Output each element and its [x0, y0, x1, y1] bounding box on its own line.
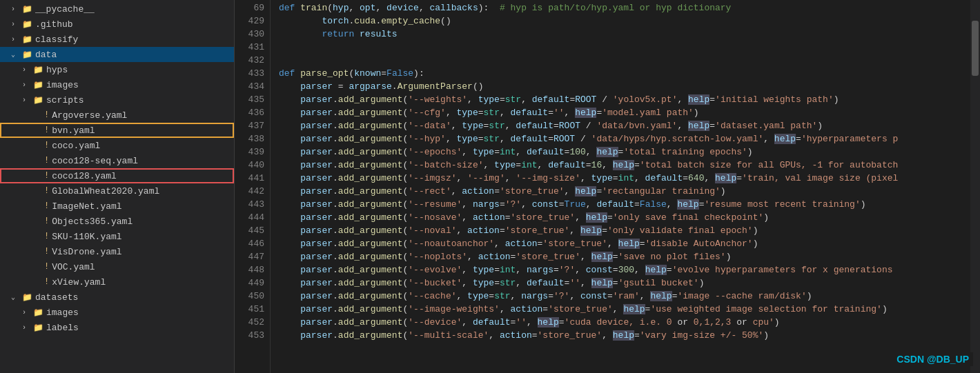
sidebar-item-classify[interactable]: 📁 classify	[0, 32, 234, 47]
code-line: parser.add_argument('--cfg', type=str, d…	[279, 106, 970, 119]
code-line: parser = argparse.ArgumentParser()	[279, 80, 970, 93]
folder-icon: 📁	[33, 95, 43, 105]
folder-icon: 📁	[33, 80, 43, 90]
yaml-icon: !	[44, 110, 49, 120]
code-line: parser.add_argument('--data', type=str, …	[279, 119, 970, 132]
yaml-icon: !	[44, 125, 49, 135]
sidebar-item-ds-images[interactable]: 📁 images	[0, 305, 234, 320]
sidebar-item-coco[interactable]: ! coco.yaml	[0, 138, 234, 153]
yaml-icon: !	[44, 232, 49, 241]
sidebar-item-label: bvn.yaml	[52, 125, 95, 136]
code-line: parser.add_argument('--hyp', type=str, d…	[279, 132, 970, 145]
code-line: parser.add_argument('--image-weights', a…	[279, 303, 970, 316]
code-line: parser.add_argument('--epochs', type=int…	[279, 145, 970, 159]
sidebar-item-label: VisDrone.yaml	[52, 247, 121, 257]
yaml-icon: !	[44, 171, 49, 181]
sidebar-item-data[interactable]: 📁 data	[0, 47, 234, 62]
arrow-icon	[11, 293, 22, 301]
code-line: parser.add_argument('--imgsz', '--img', …	[279, 172, 970, 185]
sidebar-item-label: coco128.yaml	[52, 171, 117, 181]
folder-icon: 📁	[33, 65, 43, 75]
sidebar-item-label: Argoverse.yaml	[52, 110, 127, 121]
sidebar-item-voc[interactable]: ! VOC.yaml	[0, 259, 234, 274]
sidebar-item-hyps[interactable]: 📁 hyps	[0, 62, 234, 77]
sidebar-item-images[interactable]: 📁 images	[0, 77, 234, 92]
folder-icon: 📁	[22, 50, 32, 60]
sidebar-item-label: classify	[35, 34, 78, 45]
code-line: parser.add_argument('--nosave', action='…	[279, 211, 970, 224]
folder-icon: 📁	[33, 308, 43, 318]
folder-icon: 📁	[22, 4, 32, 14]
sidebar-item-label: VOC.yaml	[52, 262, 95, 272]
arrow-icon	[11, 6, 22, 13]
sidebar-item-github[interactable]: 📁 .github	[0, 17, 234, 32]
sidebar-item-label: images	[46, 308, 79, 318]
arrow-icon	[22, 324, 33, 332]
sidebar-item-labels[interactable]: 📁 labels	[0, 320, 234, 335]
code-line: def train(hyp, opt, device, callbacks): …	[279, 1, 970, 14]
sidebar-item-label: data	[35, 50, 57, 60]
yaml-icon: !	[44, 201, 49, 211]
code-line: parser.add_argument('--noplots', action=…	[279, 250, 970, 263]
sidebar-item-objects365[interactable]: ! Objects365.yaml	[0, 214, 234, 229]
scrollbar-thumb[interactable]	[972, 21, 979, 76]
sidebar-item-label: __pycache__	[35, 4, 95, 14]
sidebar-item-coco128seq[interactable]: ! coco128-seq.yaml	[0, 153, 234, 168]
sidebar-item-visdrone[interactable]: ! VisDrone.yaml	[0, 244, 234, 259]
sidebar-item-label: ImageNet.yaml	[52, 201, 121, 212]
sidebar-item-label: GlobalWheat2020.yaml	[52, 186, 159, 196]
code-line: parser.add_argument('--batch-size', type…	[279, 159, 970, 172]
sidebar-item-pycache[interactable]: 📁 __pycache__	[0, 1, 234, 17]
code-line: parser.add_argument('--rect', action='st…	[279, 185, 970, 198]
arrow-icon	[11, 36, 22, 43]
code-line: parser.add_argument('--multi-scale', act…	[279, 329, 970, 342]
yaml-icon: !	[44, 141, 49, 150]
code-line: parser.add_argument('--evolve', type=int…	[279, 263, 970, 276]
sidebar-item-label: images	[46, 80, 79, 90]
sidebar-item-label: coco.yaml	[52, 141, 100, 151]
sidebar-item-label: Objects365.yaml	[52, 216, 133, 227]
code-line: return results	[279, 28, 970, 41]
sidebar-item-label: .github	[35, 19, 73, 30]
yaml-icon: !	[44, 156, 49, 165]
yaml-icon: !	[44, 247, 49, 256]
sidebar-item-label: xView.yaml	[52, 277, 106, 288]
sidebar-item-label: hyps	[46, 65, 68, 75]
sidebar-item-label: datasets	[35, 292, 78, 303]
code-line: parser.add_argument('--device', default=…	[279, 316, 970, 329]
code-line: torch.cuda.empty_cache()	[279, 14, 970, 28]
sidebar-item-datasets[interactable]: 📁 datasets	[0, 290, 234, 305]
sidebar-item-argoverse[interactable]: ! Argoverse.yaml	[0, 108, 234, 123]
folder-icon: 📁	[22, 19, 32, 30]
sidebar-item-bvn[interactable]: ! bvn.yaml	[0, 123, 234, 138]
arrow-icon	[11, 50, 22, 59]
code-editor: 69 429 430 431 432 433 434 435 436 437 4…	[235, 0, 980, 373]
sidebar-item-label: SKU-110K.yaml	[52, 232, 121, 242]
folder-icon: 📁	[22, 34, 32, 45]
yaml-icon: !	[44, 216, 49, 226]
sidebar-item-sku110k[interactable]: ! SKU-110K.yaml	[0, 229, 234, 244]
sidebar-item-label: labels	[46, 323, 79, 333]
folder-icon: 📁	[33, 323, 43, 333]
yaml-icon: !	[44, 262, 49, 272]
code-line	[279, 41, 970, 54]
code-line: parser.add_argument('--weights', type=st…	[279, 93, 970, 106]
sidebar-item-imagenet[interactable]: ! ImageNet.yaml	[0, 199, 234, 214]
code-line: parser.add_argument('--resume', nargs='?…	[279, 198, 970, 211]
arrow-icon	[22, 66, 33, 74]
sidebar-item-scripts[interactable]: 📁 scripts	[0, 92, 234, 108]
arrow-icon	[22, 309, 33, 316]
yaml-icon: !	[44, 186, 49, 196]
folder-icon: 📁	[22, 292, 32, 303]
sidebar-item-coco128[interactable]: ! coco128.yaml	[0, 168, 234, 183]
arrow-icon	[22, 97, 33, 104]
sidebar-item-label: scripts	[46, 95, 84, 105]
sidebar-item-globalwheat[interactable]: ! GlobalWheat2020.yaml	[0, 183, 234, 199]
sidebar-item-xview[interactable]: ! xView.yaml	[0, 274, 234, 290]
code-line: parser.add_argument('--bucket', type=str…	[279, 276, 970, 290]
scrollbar-track[interactable]	[970, 0, 980, 373]
sidebar-item-label: coco128-seq.yaml	[52, 156, 138, 166]
arrow-icon	[11, 21, 22, 28]
code-line	[279, 54, 970, 67]
line-numbers: 69 429 430 431 432 433 434 435 436 437 4…	[235, 0, 271, 373]
